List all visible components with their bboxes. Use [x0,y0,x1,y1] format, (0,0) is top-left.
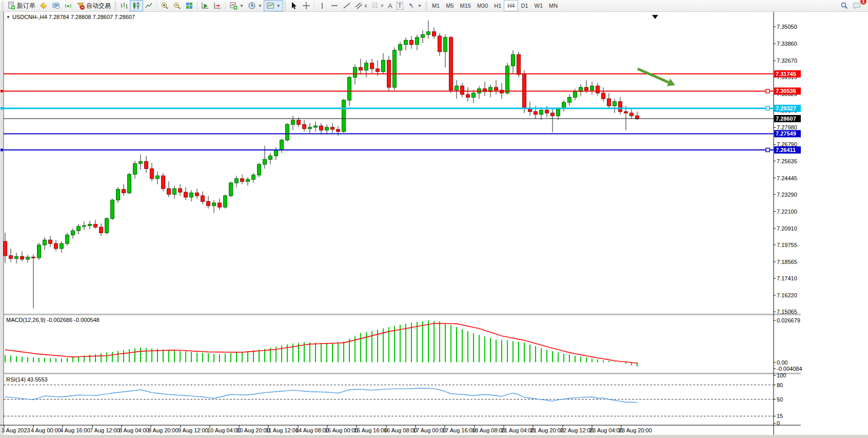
candle-body[interactable] [297,120,301,124]
cursor-tool-button[interactable] [288,1,300,11]
candle-body[interactable] [4,241,7,256]
zoom-in-button[interactable] [159,1,171,11]
candle-body[interactable] [320,126,323,130]
candle-body[interactable] [83,226,86,227]
candle-body[interactable] [427,32,430,35]
arrows-tool-button[interactable]: ▼ [405,1,424,11]
time-axis-label[interactable]: 23 Aug 04:00 [589,427,623,433]
timeframe-button-D1[interactable]: D1 [518,1,531,11]
horizontal-line-tool-button[interactable] [328,1,341,11]
chat-button[interactable]: 1 [851,1,863,11]
search-button[interactable] [838,1,851,11]
candle-body[interactable] [100,227,103,233]
candle-body[interactable] [303,124,306,128]
label-tool-button[interactable]: T [394,1,405,11]
candle-body[interactable] [506,66,509,93]
timeframe-button-M30[interactable]: M30 [474,1,491,11]
timeframe-button-H4[interactable]: H4 [504,1,518,11]
candle-body[interactable] [325,127,329,130]
time-axis-label[interactable]: 10 Aug 04:00 [207,427,241,433]
candle-body[interactable] [404,40,408,44]
candle-body[interactable] [229,183,233,196]
chart-dropdown-icon[interactable]: ▼ [6,15,10,20]
candle-body[interactable] [71,231,75,235]
timeframe-button-W1[interactable]: W1 [531,1,546,11]
candle-body[interactable] [241,179,244,182]
candle-body[interactable] [613,102,617,106]
signals-button[interactable] [62,1,74,11]
time-axis-label[interactable]: 3 Aug 2023 [2,427,30,433]
indicators-button[interactable]: ▼ [227,1,246,11]
equidistant-channel-tool-button[interactable]: E [353,1,369,11]
candle-body[interactable] [116,189,120,200]
time-axis-label[interactable]: 8 Aug 04:00 [119,427,149,433]
candle-body[interactable] [416,37,419,45]
crosshair-tool-button[interactable] [300,1,312,11]
time-axis-label[interactable]: 10 Aug 20:00 [236,427,270,433]
candle-body[interactable] [280,140,284,150]
candle-body[interactable] [393,50,397,87]
time-axis-label[interactable]: 22 Aug 12:00 [560,427,594,433]
candle-body[interactable] [551,113,555,116]
candle-body[interactable] [54,243,58,249]
text-tool-button[interactable]: A [386,1,394,11]
candle-body[interactable] [179,188,182,192]
auto-scroll-button[interactable] [199,1,211,11]
candle-body[interactable] [444,37,447,52]
candle-body[interactable] [269,156,272,159]
candle-body[interactable] [162,176,165,188]
time-axis-label[interactable]: 21 Aug 04:00 [501,427,535,433]
candle-body[interactable] [9,256,13,259]
candle-body[interactable] [274,150,278,156]
candle-body[interactable] [184,192,188,197]
candle-body[interactable] [472,93,476,97]
candle-body[interactable] [449,37,453,90]
candle-body[interactable] [353,67,357,77]
candle-body[interactable] [523,74,526,109]
candle-body[interactable] [150,168,154,178]
level-handle-left[interactable] [1,90,3,92]
market-watch-button[interactable] [50,1,62,11]
line-chart-button[interactable] [143,1,155,11]
timeframe-button-H1[interactable]: H1 [491,1,504,11]
candle-body[interactable] [421,34,425,37]
candle-body[interactable] [348,78,351,100]
time-axis-label[interactable]: 9 Aug 12:00 [178,427,208,433]
candle-body[interactable] [602,93,605,99]
time-axis-label[interactable]: 21 Aug 20:00 [530,427,564,433]
time-axis-label[interactable]: 7 Aug 12:00 [90,427,120,433]
level-handle-left[interactable] [1,107,3,109]
candle-body[interactable] [540,110,543,115]
periods-button[interactable]: ▼ [246,1,264,11]
candle-body[interactable] [314,126,318,127]
candle-body[interactable] [15,256,18,258]
candle-body[interactable] [511,54,515,66]
candle-body[interactable] [365,63,368,70]
candle-body[interactable] [574,91,577,97]
candle-body[interactable] [585,87,588,90]
candle-body[interactable] [528,109,532,112]
candle-body[interactable] [122,189,126,193]
candle-body[interactable] [308,127,312,129]
candle-body[interactable] [495,87,498,90]
time-axis-label[interactable]: 17 Aug 00:00 [413,427,446,433]
candle-body[interactable] [432,32,436,36]
candle-body[interactable] [60,243,64,249]
candle-body[interactable] [370,63,374,69]
candle-body[interactable] [43,240,47,245]
time-axis-label[interactable]: 16 Aug 08:00 [384,427,417,433]
trendline-tool-button[interactable] [341,1,353,11]
time-axis-label[interactable]: 23 Aug 20:00 [619,427,652,433]
candlestick-chart-button[interactable] [130,1,143,11]
candle-body[interactable] [105,219,109,233]
chart-canvas[interactable]: 7.350507.338607.326707.315157.303257.291… [0,0,868,438]
candle-body[interactable] [88,224,92,226]
candle-body[interactable] [246,179,250,181]
zoom-out-button[interactable] [171,1,183,11]
timeframe-button-MN[interactable]: MN [546,1,561,11]
candle-body[interactable] [399,45,402,50]
metaeditor-button[interactable] [37,1,50,11]
chart-shift-button[interactable] [211,1,224,11]
candle-body[interactable] [382,60,385,71]
candle-body[interactable] [331,127,334,129]
